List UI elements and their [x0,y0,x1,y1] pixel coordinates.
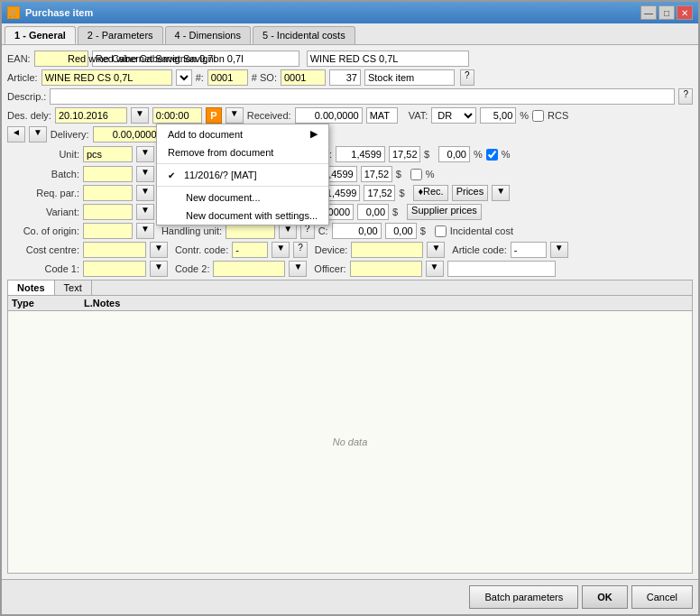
so-input[interactable] [281,69,326,86]
desdely-time[interactable] [152,107,202,124]
notes-tabs: Notes Text [8,280,692,296]
prices-dropdown[interactable]: ▼ [492,185,510,201]
device-input[interactable] [351,242,423,258]
delivery-arrow-left[interactable]: ◄ [7,126,25,143]
variant-dropdown[interactable]: ▼ [136,204,154,220]
c-input[interactable] [332,223,382,239]
vat-select[interactable]: DR [431,107,476,124]
code1-input[interactable] [83,261,146,277]
descrip-help[interactable]: ? [678,88,693,105]
incidental-check[interactable] [435,225,447,237]
ean-code-input[interactable] [307,51,469,67]
maximize-button[interactable]: □ [659,5,675,20]
descrip-input[interactable] [50,88,675,105]
contrcode-input[interactable] [232,242,268,258]
articlecode-dropdown[interactable]: ▼ [550,242,568,258]
rcs-checkbox[interactable] [532,110,544,122]
tab-general[interactable]: 1 - General [5,26,76,44]
s-val[interactable] [364,185,395,201]
tab-dimensions[interactable]: 4 - Dimensions [165,26,251,44]
o-val[interactable] [389,146,420,162]
code1-dropdown[interactable]: ▼ [150,261,168,277]
batch-input[interactable] [83,166,133,182]
stock-type-input[interactable] [364,69,455,86]
officer-input[interactable] [350,261,422,277]
costcentre-input[interactable] [83,242,146,258]
officer-dropdown[interactable]: ▼ [426,261,444,277]
code2-input[interactable] [213,261,285,277]
o-input[interactable] [336,146,385,162]
new-document-item[interactable]: New document... [157,188,328,207]
contrcode-dropdown[interactable]: ▼ [272,242,290,258]
cancel-button[interactable]: Cancel [631,585,693,609]
code1-label: Code 1: [7,263,79,274]
code2-dropdown[interactable]: ▼ [289,261,307,277]
i-val[interactable] [361,166,392,182]
desdely-cal[interactable]: ▼ [131,107,149,124]
add-to-document-item[interactable]: Add to document ▶ [157,124,328,143]
batch-dropdown[interactable]: ▼ [136,166,154,182]
p-button[interactable]: P [206,107,222,124]
costcentre-label: Cost centre: [7,244,79,255]
prices-button[interactable]: Prices [452,185,489,201]
ean-row: EAN: Red wine Cabernet Savignon 0,7l [7,51,693,67]
o-check[interactable] [486,149,498,161]
ok-button[interactable]: OK [582,585,628,609]
separator-2 [157,186,328,187]
delivery-dropdown[interactable]: ▼ [29,126,47,143]
device-dropdown[interactable]: ▼ [427,242,445,258]
notes-body: No data [8,311,692,573]
i-check[interactable] [410,169,422,180]
notes-section: Notes Text Type L.Notes No data [7,280,693,574]
help-button[interactable]: ? [460,69,474,86]
delivery-label: Delivery: [51,129,89,140]
qty-display[interactable] [329,69,361,86]
ean-input[interactable] [34,51,88,67]
minimize-button[interactable]: — [640,5,657,20]
variant-input[interactable] [83,204,133,220]
reqpar-dropdown[interactable]: ▼ [136,185,154,201]
close-button[interactable]: ✕ [677,5,693,20]
o-pct[interactable] [438,146,470,162]
device-label: Device: [315,244,348,255]
remove-from-document-item[interactable]: Remove from document [157,143,328,161]
unit-dropdown[interactable]: ▼ [136,146,154,162]
received-input[interactable] [295,107,363,124]
notes-tab-text[interactable]: Text [55,280,92,295]
tab-parameters[interactable]: 2 - Parameters [78,26,163,44]
pc-val[interactable] [357,204,389,220]
coorigin-input[interactable] [83,223,133,239]
document-2016-label: 11/2016/? [MAT] [184,170,257,180]
p-dropdown[interactable]: ▼ [226,107,244,124]
batch-params-button[interactable]: Batch parameters [469,585,578,609]
vat-pct-input[interactable] [480,107,516,124]
article-dropdown[interactable]: ▼ [176,69,192,86]
received-unit[interactable] [366,107,398,124]
officer-label: Officer: [314,263,345,274]
contrcode-help[interactable]: ? [293,242,308,258]
coorigin-label: Co. of origin: [7,225,79,236]
costcentre-dropdown[interactable]: ▼ [150,242,168,258]
desdely-date[interactable] [55,107,127,124]
c-val[interactable] [385,223,417,239]
notes-tab-notes[interactable]: Notes [8,280,55,295]
c-label: C: [318,225,328,236]
col-type: Type [12,298,84,308]
rec-button[interactable]: ♦Rec. [413,185,447,201]
article-label: Article: [7,72,38,83]
document-2016-item[interactable]: 11/2016/? [MAT] [157,166,328,184]
articlecode-input[interactable] [511,242,547,258]
article-num-input[interactable] [207,69,248,86]
new-document-settings-item[interactable]: New document with settings... [157,207,328,225]
reqpar-input[interactable] [83,185,133,201]
article-input[interactable] [41,69,172,86]
supplier-prices-btn[interactable]: Supplier prices [407,204,482,220]
delivery-input[interactable] [93,126,161,143]
tab-incidental[interactable]: 5 - Incidental costs [253,26,355,44]
unit-input[interactable] [83,146,133,162]
batch-label: Batch: [7,169,79,179]
ean-desc-input[interactable] [92,51,299,67]
received-label: Received: [247,110,291,121]
coorigin-dropdown[interactable]: ▼ [136,223,154,239]
officer-text[interactable] [447,261,556,277]
